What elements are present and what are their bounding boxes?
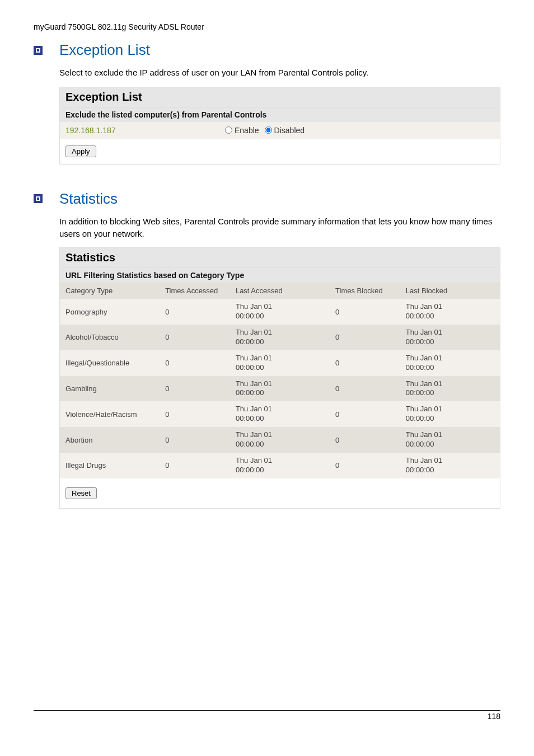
exception-ip: 192.168.1.187 <box>65 126 225 135</box>
statistics-description: In addition to blocking Web sites, Paren… <box>59 215 500 240</box>
col-last-blocked: Last Blocked <box>400 283 500 299</box>
radio-disabled-label[interactable]: Disabled <box>265 126 305 135</box>
bullet-icon <box>34 194 43 203</box>
table-row: Illegal/Questionable0Thu Jan 0100:00:000… <box>60 350 500 376</box>
exception-description: Select to exclude the IP address of user… <box>59 67 500 79</box>
stats-table: Category Type Times Accessed Last Access… <box>60 283 500 478</box>
table-row: Violence/Hate/Racism0Thu Jan 0100:00:000… <box>60 401 500 427</box>
last-blocked-cell: Thu Jan 0100:00:00 <box>400 299 500 325</box>
last-accessed-cell: Thu Jan 0100:00:00 <box>230 453 330 478</box>
times-accessed-cell: 0 <box>160 325 230 350</box>
times-blocked-cell: 0 <box>330 427 400 453</box>
exception-panel-subtitle: Exclude the listed computer(s) from Pare… <box>60 107 500 122</box>
category-cell: Violence/Hate/Racism <box>60 401 160 427</box>
radio-disabled-text: Disabled <box>274 126 305 135</box>
apply-button[interactable]: Apply <box>65 145 96 157</box>
category-cell: Gambling <box>60 376 160 402</box>
radio-enable-label[interactable]: Enable <box>225 126 259 135</box>
exception-panel: Exception List Exclude the listed comput… <box>59 87 500 165</box>
table-row: Illegal Drugs0Thu Jan 0100:00:000Thu Jan… <box>60 453 500 478</box>
times-accessed-cell: 0 <box>160 350 230 376</box>
table-row: Abortion0Thu Jan 0100:00:000Thu Jan 0100… <box>60 427 500 453</box>
document-header: myGuard 7500GL 802.11g Security ADSL Rou… <box>34 22 500 31</box>
table-row: Pornography0Thu Jan 0100:00:000Thu Jan 0… <box>60 299 500 325</box>
last-accessed-cell: Thu Jan 0100:00:00 <box>230 299 330 325</box>
category-cell: Illegal/Questionable <box>60 350 160 376</box>
times-blocked-cell: 0 <box>330 350 400 376</box>
exception-section-header: Exception List <box>34 41 500 59</box>
last-accessed-cell: Thu Jan 0100:00:00 <box>230 376 330 402</box>
category-cell: Pornography <box>60 299 160 325</box>
last-blocked-cell: Thu Jan 0100:00:00 <box>400 453 500 478</box>
exception-row: 192.168.1.187 Enable Disabled <box>60 122 500 139</box>
svg-rect-5 <box>37 198 39 200</box>
times-blocked-cell: 0 <box>330 376 400 402</box>
last-blocked-cell: Thu Jan 0100:00:00 <box>400 325 500 350</box>
statistics-section-header: Statistics <box>34 190 500 208</box>
times-accessed-cell: 0 <box>160 453 230 478</box>
times-blocked-cell: 0 <box>330 299 400 325</box>
radio-enable-text: Enable <box>235 126 259 135</box>
last-accessed-cell: Thu Jan 0100:00:00 <box>230 427 330 453</box>
last-blocked-cell: Thu Jan 0100:00:00 <box>400 401 500 427</box>
exception-title: Exception List <box>59 41 150 59</box>
last-blocked-cell: Thu Jan 0100:00:00 <box>400 376 500 402</box>
col-times-accessed: Times Accessed <box>160 283 230 299</box>
col-times-blocked: Times Blocked <box>330 283 400 299</box>
svg-rect-2 <box>37 49 39 51</box>
radio-disabled[interactable] <box>265 126 272 134</box>
times-accessed-cell: 0 <box>160 299 230 325</box>
page-footer: 118 <box>34 710 500 721</box>
statistics-title: Statistics <box>59 190 118 208</box>
table-row: Alcohol/Tobacco0Thu Jan 0100:00:000Thu J… <box>60 325 500 350</box>
times-blocked-cell: 0 <box>330 325 400 350</box>
table-row: Gambling0Thu Jan 0100:00:000Thu Jan 0100… <box>60 376 500 402</box>
last-blocked-cell: Thu Jan 0100:00:00 <box>400 350 500 376</box>
times-accessed-cell: 0 <box>160 427 230 453</box>
bullet-icon <box>34 46 43 55</box>
statistics-panel-subtitle: URL Filtering Statistics based on Catego… <box>60 267 500 283</box>
times-accessed-cell: 0 <box>160 376 230 402</box>
category-cell: Alcohol/Tobacco <box>60 325 160 350</box>
col-category: Category Type <box>60 283 160 299</box>
times-blocked-cell: 0 <box>330 453 400 478</box>
category-cell: Abortion <box>60 427 160 453</box>
times-blocked-cell: 0 <box>330 401 400 427</box>
radio-enable[interactable] <box>225 126 232 134</box>
last-accessed-cell: Thu Jan 0100:00:00 <box>230 350 330 376</box>
last-accessed-cell: Thu Jan 0100:00:00 <box>230 325 330 350</box>
page-number: 118 <box>488 712 500 721</box>
last-accessed-cell: Thu Jan 0100:00:00 <box>230 401 330 427</box>
category-cell: Illegal Drugs <box>60 453 160 478</box>
exception-panel-title: Exception List <box>60 87 500 107</box>
reset-button[interactable]: Reset <box>65 487 97 499</box>
col-last-accessed: Last Accessed <box>230 283 330 299</box>
times-accessed-cell: 0 <box>160 401 230 427</box>
statistics-panel-title: Statistics <box>60 248 500 267</box>
last-blocked-cell: Thu Jan 0100:00:00 <box>400 427 500 453</box>
statistics-panel: Statistics URL Filtering Statistics base… <box>59 247 500 508</box>
